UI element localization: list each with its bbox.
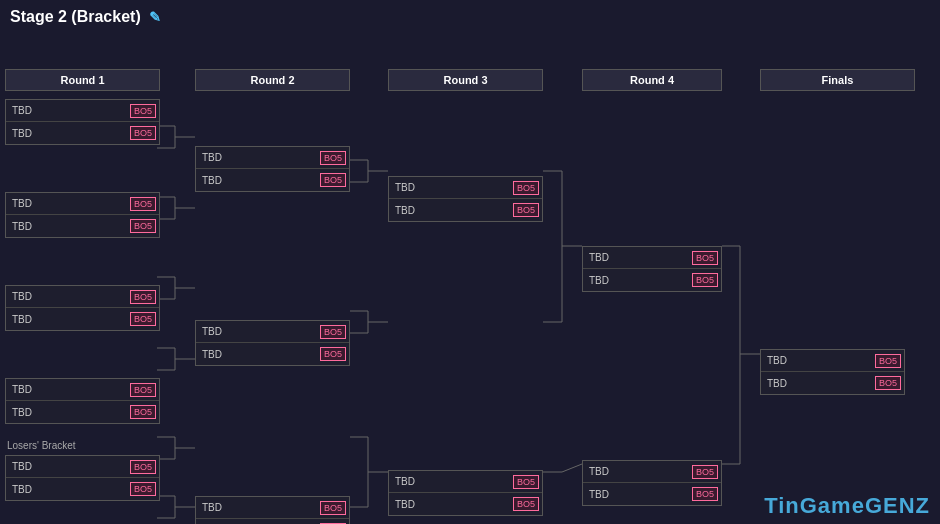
finals-header: Finals	[760, 69, 915, 91]
finals-match: TBD BO5 TBD BO5	[760, 349, 905, 395]
losers-bracket-label: Losers' Bracket	[5, 436, 160, 453]
r1-match4: TBD BO5 TBD BO5	[5, 378, 160, 424]
finals-column: Finals TBD BO5 TBD BO5	[760, 69, 915, 395]
watermark: TinGameGENZ	[764, 493, 930, 519]
r1-match2: TBD BO5 TBD BO5	[5, 192, 160, 238]
round2-column: Round 2 TBD BO5 TBD BO5 TBD BO5 TBD BO5	[195, 69, 350, 524]
r1-match3: TBD BO5 TBD BO5	[5, 285, 160, 331]
round2-header: Round 2	[195, 69, 350, 91]
r1-match5: TBD BO5 TBD BO5	[5, 455, 160, 501]
r4-match2: TBD BO5 TBD BO5	[582, 460, 722, 506]
edit-icon[interactable]: ✎	[149, 9, 161, 25]
round3-column: Round 3 TBD BO5 TBD BO5 TBD BO5 TBD BO5	[388, 69, 543, 516]
round3-header: Round 3	[388, 69, 543, 91]
round1-header: Round 1	[5, 69, 160, 91]
r3-match1: TBD BO5 TBD BO5	[388, 176, 543, 222]
r2-match2: TBD BO5 TBD BO5	[195, 320, 350, 366]
round4-column: Round 4 TBD BO5 TBD BO5 TBD BO5 TBD BO5	[582, 69, 722, 506]
svg-line-47	[562, 464, 582, 472]
r3-match2: TBD BO5 TBD BO5	[388, 470, 543, 516]
round1-column: Round 1 TBD BO5 TBD BO5 TBD BO5 TBD BO5	[5, 69, 160, 524]
round4-header: Round 4	[582, 69, 722, 91]
page-title: Stage 2 (Bracket) ✎	[0, 0, 940, 34]
r2-match3: TBD BO5 TBD BO5	[195, 496, 350, 524]
r4-match1: TBD BO5 TBD BO5	[582, 246, 722, 292]
r2-match1: TBD BO5 TBD BO5	[195, 146, 350, 192]
r1-match1: TBD BO5 TBD BO5	[5, 99, 160, 145]
